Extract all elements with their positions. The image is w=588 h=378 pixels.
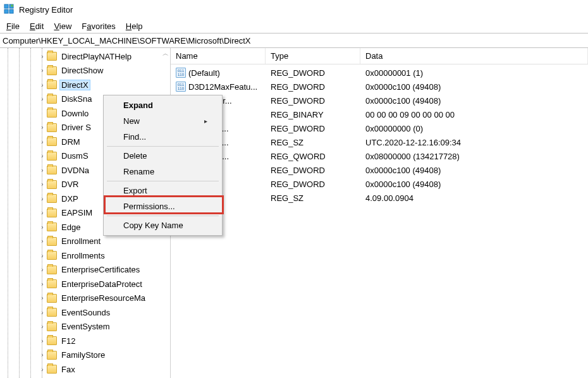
expand-arrow-icon[interactable]: › — [38, 95, 47, 102]
expand-arrow-icon[interactable]: › — [38, 309, 47, 316]
list-row[interactable]: 011110dVersionREG_BINARY00 00 00 09 00 0… — [171, 107, 588, 121]
expand-arrow-icon[interactable]: › — [38, 67, 47, 74]
folder-icon — [47, 237, 57, 246]
tree-item[interactable]: ›F12 — [0, 334, 170, 348]
ctx-rename[interactable]: Rename — [106, 164, 220, 180]
expand-arrow-icon[interactable]: › — [38, 323, 47, 330]
tree-item[interactable]: ›Enrollment — [0, 235, 170, 249]
tree-item[interactable]: ›DirectX — [0, 78, 170, 92]
app-icon — [4, 4, 14, 16]
menu-help[interactable]: Help — [121, 20, 148, 32]
folder-icon — [47, 251, 57, 260]
folder-icon — [47, 194, 57, 203]
ctx-find[interactable]: Find... — [106, 129, 220, 145]
tree-item-label: DirectPlayNATHelp — [59, 51, 133, 62]
ctx-export[interactable]: Export — [106, 183, 220, 198]
tree-item-label: DVR — [59, 179, 80, 190]
expand-arrow-icon[interactable]: › — [38, 181, 47, 188]
list-row[interactable]: 011110MinFeatur...REG_DWORD0x0000c100 (4… — [171, 94, 588, 107]
tree-item[interactable]: ›Enrollments — [0, 248, 170, 263]
folder-icon — [47, 308, 57, 317]
svg-rect-0 — [4, 4, 8, 8]
value-type-cell: REG_SZ — [266, 193, 360, 203]
col-header-data[interactable]: Data — [360, 48, 588, 64]
expand-arrow-icon[interactable]: › — [38, 138, 47, 145]
menubar: File Edit View Favorites Help — [0, 19, 588, 33]
expand-arrow-icon[interactable]: › — [38, 351, 47, 358]
list-row[interactable]: 011110laterStart...REG_SZUTC.2020-12-12.… — [171, 135, 588, 149]
folder-icon — [47, 336, 57, 345]
tree-item[interactable]: ›EventSounds — [0, 305, 170, 320]
menu-file[interactable]: File — [1, 20, 25, 32]
ctx-new[interactable]: New ▸ — [106, 113, 220, 129]
tree-item-label: EnterpriseResourceMa — [59, 293, 147, 303]
list-rows: 011110(Default)REG_DWORD0x00000001 (1)01… — [171, 64, 588, 205]
ctx-permissions[interactable]: Permissions... — [106, 198, 220, 214]
folder-icon — [47, 66, 57, 75]
tree-item[interactable]: ›EnterpriseCertificates — [0, 263, 170, 277]
expand-arrow-icon[interactable]: › — [38, 82, 47, 88]
expand-arrow-icon[interactable]: › — [38, 195, 47, 202]
expand-arrow-icon[interactable]: › — [38, 281, 47, 288]
ctx-copy-key-name[interactable]: Copy Key Name — [106, 217, 220, 233]
expand-arrow-icon[interactable]: › — [38, 338, 47, 344]
list-row[interactable]: 011110tureLevelREG_DWORD0x0000c100 (4940… — [171, 177, 588, 191]
expand-arrow-icon[interactable]: › — [38, 224, 47, 231]
folder-icon — [47, 137, 57, 146]
tree-item[interactable]: ›EnterpriseDataProtect — [0, 277, 170, 291]
folder-icon — [47, 152, 57, 161]
folder-icon — [47, 265, 57, 274]
list-row[interactable]: 011110laterStart...REG_DWORD0x00000000 (… — [171, 121, 588, 135]
list-row[interactable]: 011110(Default)REG_DWORD0x00000001 (1) — [171, 66, 588, 80]
list-pane: Name Type Data 011110(Default)REG_DWORD0… — [171, 48, 588, 378]
menu-favorites[interactable]: Favorites — [77, 20, 120, 32]
tree-item-label: Downlo — [59, 108, 90, 119]
value-data-cell: 00 00 00 09 00 00 00 00 — [360, 110, 588, 119]
expand-arrow-icon[interactable]: › — [38, 295, 47, 302]
list-row[interactable]: 011110tureLevelREG_DWORD0x0000c100 (4940… — [171, 163, 588, 177]
col-header-type[interactable]: Type — [266, 48, 360, 64]
list-row[interactable]: 011110D3D12MaxFeatu...REG_DWORD0x0000c10… — [171, 80, 588, 94]
expand-arrow-icon[interactable]: › — [38, 252, 47, 259]
expand-arrow-icon[interactable]: › — [38, 366, 47, 373]
col-header-name[interactable]: Name — [171, 48, 266, 64]
expand-arrow-icon[interactable]: › — [38, 152, 47, 159]
tree-item-label: DVDNa — [59, 165, 91, 176]
folder-icon — [47, 279, 57, 288]
expand-arrow-icon[interactable]: › — [38, 53, 47, 60]
ctx-delete[interactable]: Delete — [106, 148, 220, 164]
ctx-sep-3 — [107, 216, 219, 216]
tree-item[interactable]: ›EventSystem — [0, 320, 170, 334]
tree-item[interactable]: ›DirectShow — [0, 64, 170, 78]
expand-arrow-icon[interactable]: › — [38, 209, 47, 216]
tree-item[interactable]: ›DirectPlayNATHelp — [0, 49, 170, 64]
value-data-cell: UTC.2020-12-12.16:09:34 — [360, 138, 588, 147]
tree-item[interactable]: ›EnterpriseResourceMa — [0, 291, 170, 306]
value-type-cell: REG_SZ — [266, 138, 360, 147]
list-row[interactable]: 011110REG_SZ4.09.00.0904 — [171, 191, 588, 205]
tree-item[interactable]: ›Fax — [0, 362, 170, 377]
tree-item-label: EAPSIM — [59, 207, 94, 218]
list-header: Name Type Data — [171, 48, 588, 64]
main-split: ︿ ›DirectPlayNATHelp›DirectShow›DirectX›… — [0, 48, 588, 378]
address-bar[interactable]: Computer\HKEY_LOCAL_MACHINE\SOFTWARE\Mic… — [0, 33, 588, 48]
tree-item[interactable]: ›FamilyStore — [0, 348, 170, 363]
folder-icon — [47, 209, 57, 217]
menu-edit[interactable]: Edit — [25, 20, 49, 32]
value-name: (Default) — [188, 68, 220, 78]
value-type-cell: REG_DWORD — [266, 124, 360, 133]
expand-arrow-icon[interactable]: › — [38, 238, 47, 245]
tree-item-label: DXP — [59, 193, 80, 204]
tree-item-label: F12 — [59, 336, 77, 346]
list-row[interactable]: 011110dicatedVi...REG_QWORD0x08000000 (1… — [171, 149, 588, 163]
tree-item-label: EventSystem — [59, 321, 112, 332]
value-data-cell: 0x08000000 (134217728) — [360, 152, 588, 161]
expand-arrow-icon[interactable]: › — [38, 266, 47, 273]
expand-arrow-icon[interactable]: › — [38, 124, 47, 131]
expand-arrow-icon[interactable]: › — [38, 167, 47, 174]
ctx-expand[interactable]: Expand — [106, 97, 220, 113]
value-type-cell: REG_BINARY — [266, 110, 360, 119]
svg-rect-3 — [9, 9, 13, 13]
menu-view[interactable]: View — [49, 20, 77, 32]
folder-icon — [47, 223, 57, 231]
